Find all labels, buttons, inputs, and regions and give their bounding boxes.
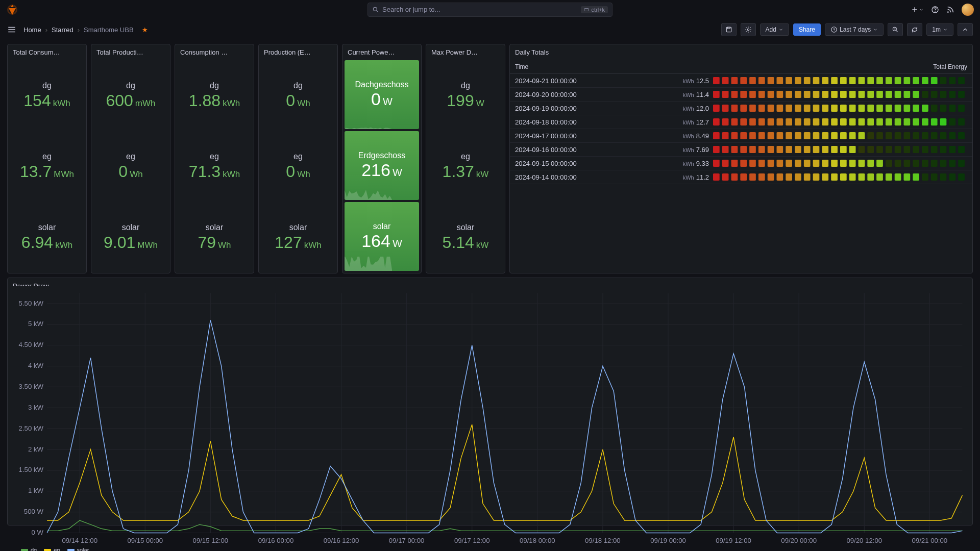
svg-rect-134 bbox=[795, 132, 801, 139]
refresh-button[interactable] bbox=[907, 23, 922, 36]
svg-rect-176 bbox=[922, 146, 928, 153]
svg-rect-217 bbox=[786, 173, 792, 181]
svg-rect-50 bbox=[795, 91, 801, 98]
svg-rect-157 bbox=[749, 146, 756, 153]
svg-rect-80 bbox=[813, 105, 820, 112]
table-row[interactable]: 2024-09-15 00:00:00kWh9.33 bbox=[510, 157, 972, 170]
svg-rect-199 bbox=[876, 160, 883, 167]
svg-rect-197 bbox=[859, 160, 865, 167]
star-toggle[interactable]: ★ bbox=[142, 26, 148, 34]
svg-rect-51 bbox=[804, 91, 811, 98]
help-button[interactable] bbox=[931, 6, 939, 14]
svg-rect-91 bbox=[913, 105, 919, 112]
svg-rect-136 bbox=[813, 132, 820, 139]
svg-rect-201 bbox=[895, 160, 901, 167]
svg-rect-144 bbox=[886, 132, 892, 139]
search-input[interactable]: Search or jump to... ctrl+k bbox=[368, 3, 612, 17]
svg-rect-73 bbox=[749, 105, 756, 112]
svg-text:09/17 12:00: 09/17 12:00 bbox=[454, 537, 490, 544]
svg-rect-182 bbox=[722, 160, 729, 167]
add-button[interactable]: Add bbox=[760, 23, 789, 36]
refresh-interval-picker[interactable]: 1m bbox=[926, 23, 953, 36]
svg-rect-57 bbox=[859, 91, 865, 98]
svg-rect-119 bbox=[913, 118, 919, 126]
search-shortcut: ctrl+k bbox=[581, 6, 608, 13]
app-logo[interactable] bbox=[6, 4, 18, 16]
svg-text:0 W: 0 W bbox=[32, 529, 44, 536]
svg-text:09/19 00:00: 09/19 00:00 bbox=[650, 537, 686, 544]
svg-rect-226 bbox=[867, 173, 874, 181]
svg-rect-6 bbox=[726, 27, 731, 32]
breadcrumb-starred[interactable]: Starred bbox=[52, 26, 74, 34]
svg-rect-7 bbox=[727, 27, 730, 29]
svg-rect-13 bbox=[713, 77, 720, 84]
max-power-panel[interactable]: Max Power D…dg199Weg1.37kWsolar5.14kW bbox=[426, 44, 505, 273]
svg-rect-116 bbox=[886, 118, 892, 126]
svg-rect-37 bbox=[931, 77, 938, 84]
svg-rect-74 bbox=[758, 105, 765, 112]
daily-totals-panel[interactable]: Daily TotalsTimeTotal Energy2024-09-21 0… bbox=[509, 44, 973, 273]
svg-rect-204 bbox=[922, 160, 928, 167]
table-row[interactable]: 2024-09-16 00:00:00kWh7.69 bbox=[510, 143, 972, 157]
stat-panel-total_consumption[interactable]: Total Consum…dg154kWheg13.7MWhsolar6.94k… bbox=[7, 44, 87, 273]
cell-time: 2024-09-14 00:00:00 bbox=[515, 173, 668, 181]
svg-rect-147 bbox=[913, 132, 919, 139]
stat-panel-total_production[interactable]: Total Producti…dg600mWheg0Whsolar9.01MWh bbox=[91, 44, 170, 273]
settings-button[interactable] bbox=[741, 23, 756, 36]
svg-rect-188 bbox=[777, 160, 783, 167]
save-icon bbox=[725, 26, 732, 33]
stat-panel-consumption[interactable]: Consumption …dg1.88kWheg71.3kWhsolar79Wh bbox=[175, 44, 254, 273]
svg-rect-35 bbox=[913, 77, 919, 84]
table-row[interactable]: 2024-09-21 00:00:00kWh12.5 bbox=[510, 74, 972, 88]
table-row[interactable]: 2024-09-18 00:00:00kWh12.7 bbox=[510, 115, 972, 129]
chart-legend: dgegsolar bbox=[8, 545, 972, 551]
svg-rect-105 bbox=[786, 118, 792, 126]
svg-rect-184 bbox=[740, 160, 747, 167]
legend-item[interactable]: solar bbox=[67, 547, 89, 551]
svg-rect-210 bbox=[722, 173, 729, 181]
svg-rect-124 bbox=[958, 118, 965, 126]
stat-panel-production[interactable]: Production (E…dg0Wheg0Whsolar127kWh bbox=[258, 44, 338, 273]
share-button[interactable]: Share bbox=[793, 23, 821, 36]
cell-value: kWh9.33 bbox=[668, 160, 709, 167]
power-draw-panel[interactable]: Power Draw 0 W500 W1 kW1.50 kW2 kW2.50 k… bbox=[7, 278, 973, 525]
save-dashboard-button[interactable] bbox=[721, 23, 737, 36]
svg-rect-120 bbox=[922, 118, 928, 126]
chevron-down-icon bbox=[778, 27, 783, 32]
svg-rect-102 bbox=[758, 118, 765, 126]
svg-rect-218 bbox=[795, 173, 801, 181]
svg-rect-87 bbox=[876, 105, 883, 112]
legend-item[interactable]: dg bbox=[21, 547, 37, 551]
table-row[interactable]: 2024-09-14 00:00:00kWh11.2 bbox=[510, 170, 972, 184]
svg-rect-189 bbox=[786, 160, 792, 167]
svg-rect-183 bbox=[731, 160, 738, 167]
svg-text:09/15 00:00: 09/15 00:00 bbox=[127, 537, 163, 544]
svg-rect-154 bbox=[722, 146, 729, 153]
collapse-button[interactable] bbox=[958, 23, 973, 36]
stat-cell: eg71.3kWh bbox=[175, 131, 254, 202]
zoom-out-button[interactable] bbox=[888, 23, 903, 36]
timerange-picker[interactable]: Last 7 days bbox=[825, 23, 884, 36]
svg-rect-26 bbox=[831, 77, 838, 84]
svg-rect-62 bbox=[904, 91, 911, 98]
table-row[interactable]: 2024-09-19 00:00:00kWh12.0 bbox=[510, 102, 972, 115]
panel-title: Production (E… bbox=[259, 44, 337, 60]
legend-item[interactable]: eg bbox=[44, 547, 60, 551]
breadcrumb-home[interactable]: Home bbox=[23, 26, 41, 34]
svg-rect-113 bbox=[859, 118, 865, 126]
svg-rect-148 bbox=[922, 132, 928, 139]
stat-cell: eg0Wh bbox=[259, 131, 337, 202]
user-avatar[interactable] bbox=[962, 4, 974, 16]
menu-toggle[interactable] bbox=[7, 25, 16, 34]
svg-rect-30 bbox=[867, 77, 874, 84]
table-row[interactable]: 2024-09-17 00:00:00kWh8.49 bbox=[510, 129, 972, 143]
svg-rect-177 bbox=[931, 146, 938, 153]
svg-rect-27 bbox=[840, 77, 847, 84]
svg-point-5 bbox=[947, 11, 949, 13]
news-button[interactable] bbox=[946, 6, 954, 14]
svg-text:09/18 12:00: 09/18 12:00 bbox=[585, 537, 621, 544]
add-menu[interactable] bbox=[911, 6, 924, 14]
svg-rect-44 bbox=[740, 91, 747, 98]
table-row[interactable]: 2024-09-20 00:00:00kWh11.4 bbox=[510, 88, 972, 102]
current-power-panel[interactable]: Current Powe…Dachgeschoss0WErdgeschoss21… bbox=[342, 44, 422, 273]
